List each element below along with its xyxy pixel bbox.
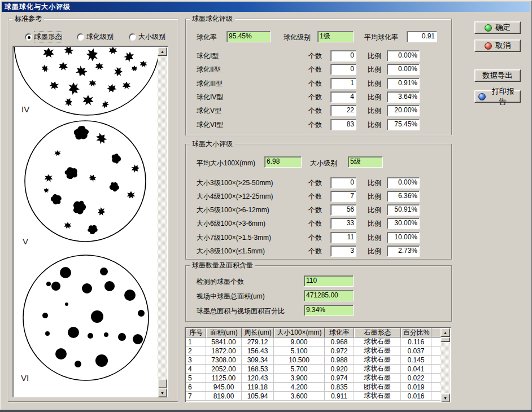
- export-button[interactable]: 数据导出: [474, 69, 521, 82]
- ratio-label: 比例: [368, 220, 381, 227]
- cell: 0.988: [325, 356, 354, 365]
- table-scrollbar[interactable]: ▲ ▼: [441, 328, 450, 402]
- ratio-field: 50.91%: [387, 204, 420, 216]
- ratio-label: 比例: [368, 107, 381, 115]
- cell: 7: [186, 392, 206, 401]
- col-header: 面积(um): [206, 328, 242, 338]
- cell: 119.18: [242, 383, 274, 392]
- cell: 0.974: [325, 374, 354, 383]
- count-label: 个数: [308, 192, 322, 200]
- size-row-label: 大小4级100×(>12-25mm): [197, 192, 273, 200]
- size-row-label: 大小3级100×(>25-50mm): [197, 179, 273, 187]
- scroll-up-icon[interactable]: ▲: [441, 328, 450, 337]
- table-header-row: 序号 面积(um) 周长(um) 大小100×(mm) 球化率 石墨形态 百分比…: [186, 328, 442, 338]
- table-row[interactable]: 6 945.00 119.18 4.200 0.835 团状石墨 0.019: [186, 383, 442, 392]
- cell: 0.911: [325, 392, 354, 401]
- scroll-down-icon[interactable]: ▼: [158, 388, 167, 397]
- radio-graphite-form-label: 球墨形态: [34, 32, 62, 42]
- count-field: 83: [330, 119, 356, 130]
- cell: 10.500: [274, 356, 325, 365]
- col-header: 球化率: [325, 328, 354, 338]
- size-grade-label: 大小级别: [310, 159, 337, 167]
- size-grade-field: 5级: [348, 156, 383, 168]
- ratio-label: 比例: [368, 179, 381, 187]
- cell: 309.34: [242, 356, 274, 365]
- col-header: 序号: [186, 328, 206, 338]
- cell: 120.43: [242, 374, 274, 383]
- cell: 2052.00: [206, 365, 242, 374]
- type-row-label: 球化VI型: [197, 121, 223, 129]
- size-row-label: 大小8级100×(≤1.5mm): [197, 247, 265, 255]
- table-row[interactable]: 3 7308.00 309.34 10.500 0.988 球状石墨 0.145: [186, 356, 442, 365]
- table-row[interactable]: 5 1125.00 120.43 3.900 0.974 球状石墨 0.022: [186, 374, 442, 383]
- reference-scrollbar[interactable]: ▲ ▼: [158, 47, 167, 397]
- cell: 球状石墨: [354, 374, 401, 383]
- cell: 0.022: [401, 374, 431, 383]
- reference-groupbox: 标准参考 球墨形态 球化级别 大小级别: [8, 19, 178, 402]
- cancel-button[interactable]: 取消: [474, 40, 521, 52]
- cell: 3.600: [274, 392, 325, 401]
- radio-graphite-form[interactable]: 球墨形态: [25, 32, 62, 42]
- cell: 1: [186, 338, 206, 347]
- cell: 球状石墨: [354, 347, 401, 356]
- cell: 4: [186, 365, 206, 374]
- cell: 6: [186, 383, 206, 392]
- table-row[interactable]: 7 819.00 105.94 3.600 0.911 球状石墨 0.016: [186, 392, 442, 401]
- table-row[interactable]: 2 1872.00 156.43 5.100 0.972 球状石墨 0.037: [186, 347, 442, 356]
- cell: 5.100: [274, 347, 325, 356]
- scroll-down-icon[interactable]: ▼: [441, 393, 450, 402]
- ratio-field: 0.00%: [387, 64, 420, 75]
- count-label: 个数: [308, 234, 322, 242]
- type-row-label: 球化I型: [197, 52, 219, 60]
- cell: 156.43: [242, 347, 274, 356]
- ratio-field: 6.36%: [387, 191, 420, 202]
- avg-size-label: 平均大小100X(mm): [197, 159, 255, 167]
- rate-value-field: 95.45%: [226, 31, 271, 42]
- nodularity-groupbox: 球墨球化评级 球化率 95.45% 球化级别 1级 平均球化率 0.91 球化I…: [185, 19, 452, 135]
- radio-nodularity-grade-label: 球化级别: [86, 32, 114, 42]
- col-header: 大小100×(mm): [274, 328, 325, 338]
- type-row-label: 球化IV型: [197, 93, 223, 101]
- count-label: 个数: [308, 80, 322, 87]
- type-row-label: 球化V型: [197, 107, 221, 115]
- ok-button[interactable]: 确定: [474, 21, 521, 34]
- area-row-label: 检测的球墨个数: [197, 278, 244, 286]
- count-field: 1: [330, 78, 356, 89]
- scroll-up-icon[interactable]: ▲: [158, 47, 167, 56]
- cell: 0.037: [401, 347, 431, 356]
- grade-label: 球化级别: [284, 33, 311, 41]
- count-label: 个数: [308, 247, 322, 255]
- cell: 3.900: [274, 374, 325, 383]
- cell: 2: [186, 347, 206, 356]
- size-groupbox: 球墨大小评级 平均大小100X(mm) 6.98 大小级别 5级 大小3级100…: [185, 144, 452, 260]
- radio-size-grade[interactable]: 大小级别: [129, 32, 165, 42]
- cell: 5: [186, 374, 206, 383]
- reference-image-panel[interactable]: IV: [12, 46, 168, 397]
- ratio-field: 0.00%: [387, 50, 420, 62]
- col-header: 百分比%: [401, 328, 431, 338]
- cancel-button-label: 取消: [495, 41, 511, 51]
- ratio-label: 比例: [368, 234, 381, 242]
- table-row[interactable]: 4 2052.00 168.53 5.700 0.920 球状石墨 0.041: [186, 365, 442, 374]
- ratio-field: 2.73%: [387, 246, 420, 257]
- table-row[interactable]: 1 5841.00 279.12 9.000 0.968 球状石墨 0.116: [186, 338, 442, 347]
- cell: 0.019: [401, 383, 431, 392]
- cell: 819.00: [206, 392, 242, 401]
- size-row-label: 大小7级100×(>1.5-3mm): [197, 234, 271, 242]
- cell: 球状石墨: [354, 338, 401, 347]
- count-field: 11: [330, 232, 356, 243]
- radio-selected-icon: [25, 33, 32, 41]
- area-groupbox: 球墨数量及面积含量 检测的球墨个数 110 视场中球墨总面积(um) 47128…: [185, 265, 452, 322]
- radio-nodularity-grade[interactable]: 球化级别: [77, 32, 114, 42]
- ratio-field: 0.00%: [387, 177, 420, 189]
- cell: 9.000: [274, 338, 325, 347]
- count-field: 0: [330, 177, 356, 189]
- ratio-label: 比例: [368, 80, 381, 87]
- print-button[interactable]: 打印报告: [474, 90, 521, 103]
- cell: 5841.00: [206, 338, 242, 347]
- cell: 0.116: [401, 338, 431, 347]
- ratio-label: 比例: [368, 192, 381, 200]
- scrollbar-thumb[interactable]: [158, 379, 167, 388]
- scrollbar-thumb[interactable]: [441, 337, 450, 342]
- cell: 0.920: [325, 365, 354, 374]
